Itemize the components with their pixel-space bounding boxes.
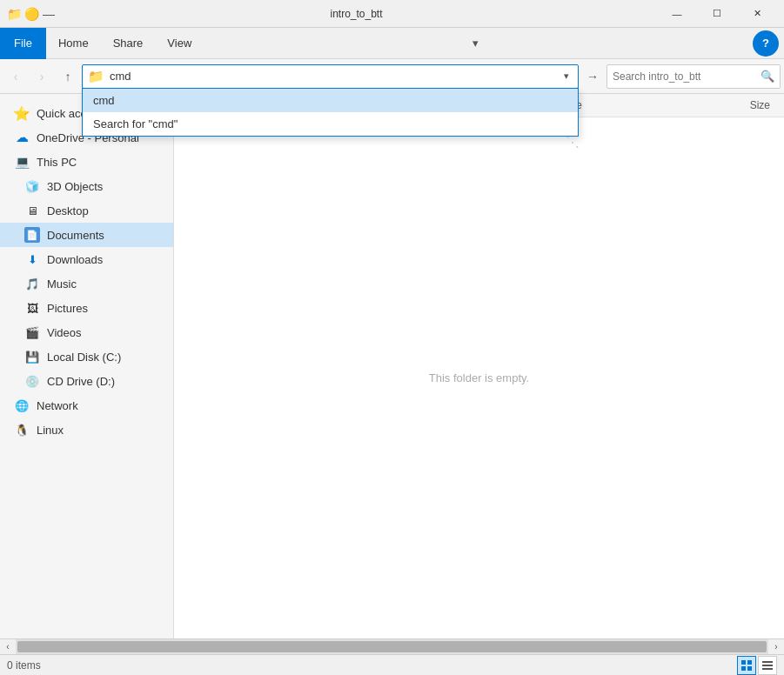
sidebar-item-3dobjects[interactable]: 🧊 3D Objects xyxy=(0,174,173,198)
forward-button[interactable]: › xyxy=(30,64,54,89)
sidebar-label-music: Music xyxy=(47,277,77,291)
svg-rect-5 xyxy=(762,665,773,666)
sidebar-item-videos[interactable]: 🎬 Videos xyxy=(0,320,173,344)
address-bar[interactable]: 📁 ▾ cmd Search for "cmd" ⋱ xyxy=(82,64,579,89)
address-dropdown: cmd Search for "cmd" ⋱ xyxy=(82,88,579,137)
sidebar-label-desktop: Desktop xyxy=(47,204,89,217)
dropdown-corner-indicator: ⋱ xyxy=(566,134,574,143)
address-input[interactable] xyxy=(110,70,555,83)
address-folder-icon: 📁 xyxy=(88,69,104,84)
sidebar-item-localdisk[interactable]: 💾 Local Disk (C:) xyxy=(0,344,173,369)
window-controls: — ☐ ✕ xyxy=(657,0,777,28)
title-bar: 📁 🟡 — intro_to_btt — ☐ ✕ xyxy=(0,0,784,28)
sidebar-label-3dobjects: 3D Objects xyxy=(47,180,103,193)
3dobjects-icon: 🧊 xyxy=(24,178,40,194)
column-size-header[interactable]: Size xyxy=(687,97,774,113)
menu-share[interactable]: Share xyxy=(101,28,156,59)
downloads-icon: ⬇ xyxy=(24,251,40,267)
menu-bar: File Home Share View ▾ ? xyxy=(0,28,784,59)
linux-icon: 🐧 xyxy=(14,422,30,438)
menu-expand-chevron[interactable]: ▾ xyxy=(472,37,484,50)
sidebar-item-desktop[interactable]: 🖥 Desktop xyxy=(0,198,173,223)
maximize-button[interactable]: ☐ xyxy=(697,0,737,28)
quick-access-icon: ⭐ xyxy=(14,105,30,121)
svg-rect-6 xyxy=(762,668,773,670)
app-icon-yellow: 🟡 xyxy=(24,7,38,21)
desktop-icon: 🖥 xyxy=(24,203,40,218)
sidebar-label-cddrive: CD Drive (D:) xyxy=(47,375,115,388)
svg-rect-0 xyxy=(741,660,746,665)
menu-file[interactable]: File xyxy=(0,28,46,59)
sidebar-label-downloads: Downloads xyxy=(47,253,103,266)
sidebar-label-linux: Linux xyxy=(37,424,64,437)
svg-rect-4 xyxy=(762,661,773,663)
navigate-forward-button[interactable]: → xyxy=(580,64,605,89)
thispc-icon: 💻 xyxy=(14,154,30,170)
sidebar-item-thispc[interactable]: 💻 This PC xyxy=(0,150,173,174)
sidebar: ⭐ Quick access ☁ OneDrive - Personal 💻 T… xyxy=(0,94,174,638)
sidebar-item-cddrive[interactable]: 💿 CD Drive (D:) xyxy=(0,369,173,393)
scroll-thumb[interactable] xyxy=(17,641,767,652)
search-icon: 🔍 xyxy=(761,70,774,83)
content-area: Name Type Size This folder is empty. xyxy=(174,94,784,638)
close-button[interactable]: ✕ xyxy=(737,0,777,28)
search-bar[interactable]: 🔍 xyxy=(606,64,781,89)
sidebar-label-pictures: Pictures xyxy=(47,302,88,315)
dropdown-item-cmd[interactable]: cmd xyxy=(83,89,578,112)
localdisk-icon: 💾 xyxy=(24,349,40,364)
sidebar-item-downloads[interactable]: ⬇ Downloads xyxy=(0,247,173,271)
network-icon: 🌐 xyxy=(14,398,30,413)
main-layout: ⭐ Quick access ☁ OneDrive - Personal 💻 T… xyxy=(0,94,784,638)
sidebar-label-videos: Videos xyxy=(47,326,82,339)
sidebar-label-network: Network xyxy=(37,399,78,412)
status-bar: 0 items xyxy=(0,654,784,675)
sidebar-item-music[interactable]: 🎵 Music xyxy=(0,271,173,296)
dropdown-item-search[interactable]: Search for "cmd" xyxy=(83,112,578,136)
cddrive-icon: 💿 xyxy=(24,373,40,389)
list-view-button[interactable] xyxy=(758,656,777,675)
sidebar-item-pictures[interactable]: 🖼 Pictures xyxy=(0,296,173,320)
horizontal-scrollbar[interactable]: ‹ › xyxy=(0,638,784,654)
svg-rect-2 xyxy=(741,666,746,671)
up-button[interactable]: ↑ xyxy=(56,64,80,89)
title-bar-icons: 📁 🟡 — xyxy=(7,7,56,21)
status-items-count: 0 items xyxy=(7,659,730,672)
sidebar-item-network[interactable]: 🌐 Network xyxy=(0,393,173,418)
nav-bar: ‹ › ↑ 📁 ▾ cmd Search for "cmd" ⋱ → 🔍 xyxy=(0,59,784,94)
pictures-icon: 🖼 xyxy=(24,300,40,316)
documents-icon: 📄 xyxy=(24,227,40,243)
back-button[interactable]: ‹ xyxy=(3,64,28,89)
app-icon-dash: — xyxy=(42,7,56,21)
onedrive-icon: ☁ xyxy=(14,130,30,145)
window-title: intro_to_btt xyxy=(56,8,657,20)
minimize-button[interactable]: — xyxy=(657,0,697,28)
svg-rect-3 xyxy=(747,666,752,671)
videos-icon: 🎬 xyxy=(24,324,40,340)
sidebar-label-documents: Documents xyxy=(47,229,104,242)
svg-rect-1 xyxy=(747,660,752,665)
scroll-right-button[interactable]: › xyxy=(768,639,784,655)
menu-home[interactable]: Home xyxy=(46,28,101,59)
address-dropdown-chevron[interactable]: ▾ xyxy=(560,69,573,84)
scroll-left-button[interactable]: ‹ xyxy=(0,639,16,655)
music-icon: 🎵 xyxy=(24,276,40,291)
scroll-track[interactable] xyxy=(16,639,768,654)
sidebar-item-linux[interactable]: 🐧 Linux xyxy=(0,418,173,442)
content-body: This folder is empty. xyxy=(174,117,784,638)
sidebar-item-documents[interactable]: 📄 Documents xyxy=(0,223,173,247)
app-icon-folder: 📁 xyxy=(7,7,21,21)
view-buttons xyxy=(737,656,777,675)
search-input[interactable] xyxy=(613,70,757,83)
grid-view-button[interactable] xyxy=(737,656,756,675)
empty-folder-message: This folder is empty. xyxy=(429,371,529,384)
help-button[interactable]: ? xyxy=(753,30,779,57)
sidebar-label-localdisk: Local Disk (C:) xyxy=(47,351,121,364)
menu-view[interactable]: View xyxy=(155,28,204,59)
sidebar-label-thispc: This PC xyxy=(37,156,77,169)
